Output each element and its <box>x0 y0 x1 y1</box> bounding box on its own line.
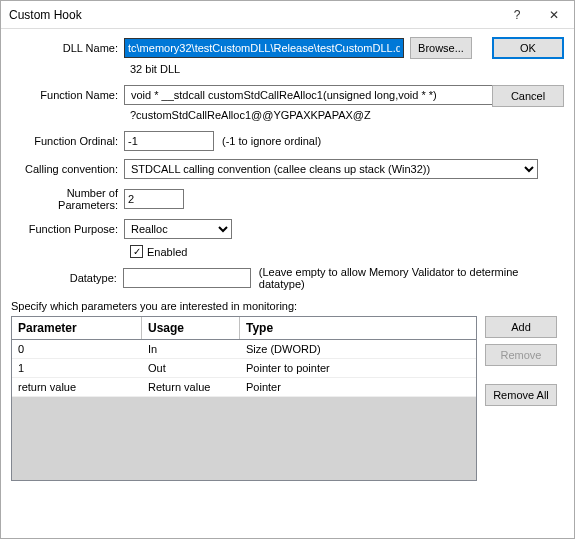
enabled-checkbox[interactable]: ✓ <box>130 245 143 258</box>
ok-button[interactable]: OK <box>492 37 564 59</box>
header-parameter: Parameter <box>12 317 142 339</box>
function-mangled-name: ?customStdCallReAlloc1@@YGPAXKPAPAX@Z <box>130 109 564 121</box>
dialog-content: OK Cancel DLL Name: Browse... 32 bit DLL… <box>1 29 574 489</box>
cell-type: Size (DWORD) <box>240 340 476 358</box>
table-header-row: Parameter Usage Type <box>12 317 476 340</box>
help-button[interactable]: ? <box>500 1 534 29</box>
datatype-label: Datatype: <box>11 272 123 284</box>
function-ordinal-label: Function Ordinal: <box>11 135 124 147</box>
cell-usage: Out <box>142 359 240 377</box>
dll-name-label: DLL Name: <box>11 42 124 54</box>
remove-all-button[interactable]: Remove All <box>485 384 557 406</box>
cell-param: 1 <box>12 359 142 377</box>
monitor-section-label: Specify which parameters you are interes… <box>11 300 564 312</box>
ordinal-hint: (-1 to ignore ordinal) <box>222 135 321 147</box>
table-row[interactable]: 1 Out Pointer to pointer <box>12 359 476 378</box>
function-ordinal-input[interactable] <box>124 131 214 151</box>
table-buttons: Add Remove Remove All <box>485 316 557 481</box>
header-type: Type <box>240 317 476 339</box>
browse-button[interactable]: Browse... <box>410 37 472 59</box>
dll-name-input[interactable] <box>124 38 404 58</box>
header-usage: Usage <box>142 317 240 339</box>
function-name-label: Function Name: <box>11 89 124 101</box>
table-row[interactable]: return value Return value Pointer <box>12 378 476 397</box>
calling-convention-select[interactable]: STDCALL calling convention (callee clean… <box>124 159 538 179</box>
cell-param: return value <box>12 378 142 396</box>
num-params-label: Number of Parameters: <box>11 187 124 211</box>
function-name-select[interactable]: void * __stdcall customStdCallReAlloc1(u… <box>124 85 538 105</box>
calling-convention-label: Calling convention: <box>11 163 124 175</box>
parameters-table[interactable]: Parameter Usage Type 0 In Size (DWORD) 1… <box>11 316 477 481</box>
window-title: Custom Hook <box>9 8 500 22</box>
datatype-hint: (Leave empty to allow Memory Validator t… <box>259 266 564 290</box>
cancel-button[interactable]: Cancel <box>492 85 564 107</box>
add-button[interactable]: Add <box>485 316 557 338</box>
close-button[interactable]: ✕ <box>534 1 574 29</box>
dialog-right-buttons: OK Cancel <box>492 37 564 107</box>
cell-param: 0 <box>12 340 142 358</box>
titlebar: Custom Hook ? ✕ <box>1 1 574 29</box>
cell-type: Pointer <box>240 378 476 396</box>
cell-usage: Return value <box>142 378 240 396</box>
function-purpose-select[interactable]: Realloc <box>124 219 232 239</box>
num-params-input[interactable] <box>124 189 184 209</box>
enabled-label: Enabled <box>147 246 187 258</box>
table-row[interactable]: 0 In Size (DWORD) <box>12 340 476 359</box>
function-purpose-label: Function Purpose: <box>11 223 124 235</box>
remove-button[interactable]: Remove <box>485 344 557 366</box>
cell-usage: In <box>142 340 240 358</box>
cell-type: Pointer to pointer <box>240 359 476 377</box>
datatype-input[interactable] <box>123 268 251 288</box>
